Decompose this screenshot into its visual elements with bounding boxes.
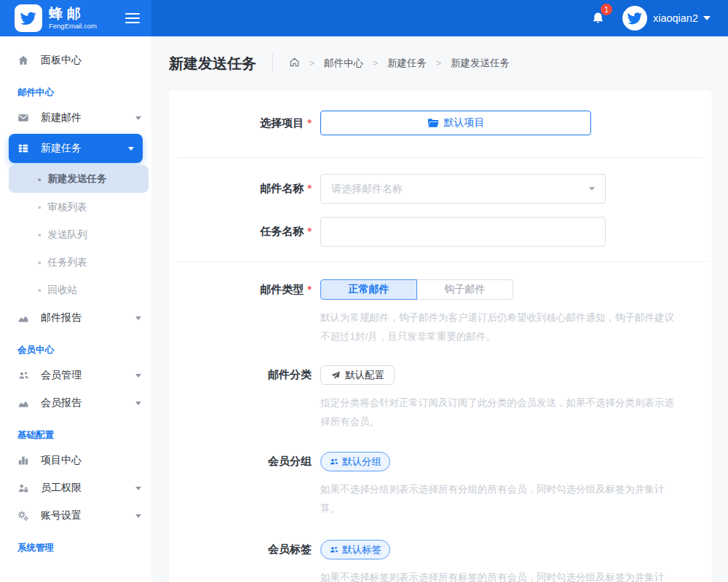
sidebar-item-label: 会员报告: [41, 396, 82, 410]
brand: 蜂邮 FengEmail.com: [0, 0, 151, 36]
bullet-icon: •: [38, 285, 41, 296]
breadcrumb-home-icon[interactable]: [289, 57, 300, 70]
sidebar-subitem-new-send-task[interactable]: • 新建发送任务: [9, 165, 149, 193]
page-header: 新建发送任务 > 邮件中心 > 新建任务 > 新建发送任务: [151, 36, 728, 90]
mail-type-toggle: 正常邮件 钩子邮件: [320, 279, 513, 300]
section-divider: [178, 157, 703, 158]
mail-type-help: 默认为常规邮件，钩子邮件为客户退订后仍希望收到核心邮件通知，钩子邮件建议不超过1…: [320, 308, 683, 346]
sidebar-item-label: 新建任务: [41, 142, 82, 155]
bullet-icon: •: [38, 230, 41, 241]
users-icon: [329, 457, 339, 466]
sidebar-section-mail-center: 邮件中心: [0, 74, 151, 104]
topbar: 蜂邮 FengEmail.com 1 xiaoqian2: [0, 0, 728, 36]
default-config-button[interactable]: 默认配置: [320, 365, 395, 385]
mail-category-help: 指定分类将会针对正常订阅及订阅了此分类的会员发送，如果不选择分类则表示选择所有会…: [320, 394, 683, 431]
default-tag-label: 默认标签: [342, 543, 381, 557]
breadcrumb-item[interactable]: 新建任务: [387, 57, 427, 70]
mail-type-option-hook[interactable]: 钩子邮件: [416, 279, 513, 300]
users-icon: [17, 370, 31, 381]
chevron-down-icon: [135, 316, 141, 320]
breadcrumb-separator: >: [436, 58, 441, 68]
sidebar-subitem-label: 审核列表: [48, 201, 87, 214]
app-name: 蜂邮: [49, 7, 97, 20]
chart-icon: [17, 397, 31, 409]
sidebar-item-new-mail[interactable]: 新建邮件: [0, 104, 151, 132]
sidebar-item-label: 项目中心: [41, 454, 82, 467]
form-group-mail-category: 邮件分类 默认配置 指定分类将会针对正常订阅及订阅了此分类的会员发送，如果不选择…: [169, 365, 712, 431]
sidebar-subitem-label: 发送队列: [48, 228, 87, 242]
default-tag-button[interactable]: 默认标签: [320, 540, 390, 559]
user-lock-icon: [17, 482, 31, 494]
breadcrumb: > 邮件中心 > 新建任务 > 新建发送任务: [289, 57, 510, 70]
sidebar-subitem-send-queue[interactable]: • 发送队列: [0, 221, 151, 249]
app-domain: FengEmail.com: [49, 23, 97, 30]
notification-badge: 1: [601, 4, 612, 15]
main-content: 新建发送任务 > 邮件中心 > 新建任务 > 新建发送任务 选择项目* 默认项目: [151, 36, 728, 582]
sidebar-item-mail-report[interactable]: 邮件报告: [0, 304, 151, 332]
default-group-button[interactable]: 默认分组: [320, 452, 390, 471]
sidebar-item-member-report[interactable]: 会员报告: [0, 389, 151, 417]
sidebar-subitem-task-list[interactable]: • 任务列表: [0, 249, 151, 276]
chevron-down-icon: [135, 116, 141, 120]
sidebar-item-label: 面板中心: [41, 54, 82, 67]
mail-type-option-normal[interactable]: 正常邮件: [320, 279, 417, 300]
home-icon: [17, 55, 31, 66]
sidebar-item-label: 邮件报告: [41, 311, 82, 324]
sidebar-subitem-label: 新建发送任务: [48, 172, 107, 186]
form-group-member-tag: 会员标签 默认标签 如果不选择标签则表示选择所有标签的所有会员，同时勾选分组及标…: [169, 540, 712, 582]
breadcrumb-item[interactable]: 邮件中心: [324, 57, 363, 70]
chart-icon: [17, 312, 31, 324]
sidebar-subitem-review-list[interactable]: • 审核列表: [0, 194, 151, 221]
form-group-member-group: 会员分组 默认分组 如果不选择分组则表示选择所有分组的所有会员，同时勾选分组及标…: [169, 452, 712, 518]
bullet-icon: •: [38, 202, 41, 213]
user-menu[interactable]: xiaoqian2: [622, 6, 711, 31]
sidebar-subitem-recycle-bin[interactable]: • 回收站: [0, 276, 151, 304]
mail-icon: [17, 112, 31, 124]
sidebar-item-project-center[interactable]: 项目中心: [0, 447, 151, 474]
users-icon: [329, 545, 339, 554]
menu-toggle-icon[interactable]: [125, 10, 140, 26]
chevron-down-icon: [135, 487, 141, 490]
bullet-icon: •: [38, 174, 41, 185]
field-label: 选择项目*: [169, 116, 312, 130]
username: xiaoqian2: [653, 12, 698, 24]
chevron-down-icon: [128, 147, 134, 151]
sidebar-item-new-task[interactable]: 新建任务: [9, 134, 143, 163]
section-divider-dotted: [173, 261, 708, 262]
gear-icon: [17, 510, 31, 522]
select-project-label: 默认项目: [444, 116, 485, 129]
field-label: 邮件分类: [169, 368, 312, 382]
breadcrumb-separator: >: [309, 58, 314, 68]
sidebar-item-staff-permission[interactable]: 员工权限: [0, 474, 151, 502]
grid-icon: [17, 143, 31, 154]
field-label: 邮件类型*: [169, 283, 312, 297]
folder-icon: [427, 118, 439, 128]
select-project-button[interactable]: 默认项目: [320, 111, 591, 135]
field-label: 任务名称*: [169, 225, 312, 239]
notifications-button[interactable]: 1: [589, 9, 608, 28]
chevron-down-icon: [135, 514, 141, 518]
form-card: 选择项目* 默认项目 邮件名称* 请选择邮件名称 任务名称*: [169, 90, 712, 582]
breadcrumb-item[interactable]: 新建发送任务: [451, 57, 510, 70]
mail-name-select[interactable]: 请选择邮件名称: [320, 174, 606, 204]
sidebar-item-member-management[interactable]: 会员管理: [0, 362, 151, 389]
default-group-label: 默认分组: [342, 455, 381, 469]
chevron-down-icon: [135, 374, 141, 378]
sidebar-item-panel-center[interactable]: 面板中心: [0, 47, 151, 74]
form-row-mail-name: 邮件名称* 请选择邮件名称: [169, 174, 712, 204]
sidebar-section-system-management: 系统管理: [0, 530, 151, 559]
bullet-icon: •: [38, 258, 41, 268]
select-placeholder: 请选择邮件名称: [331, 183, 403, 196]
topbar-right: 1 xiaoqian2: [151, 0, 728, 36]
sidebar-item-account-settings[interactable]: 账号设置: [0, 502, 151, 530]
member-tag-help: 如果不选择标签则表示选择所有标签的所有会员，同时勾选分组及标签为并集计算。: [320, 568, 683, 582]
avatar: [622, 6, 647, 31]
required-mark: *: [307, 182, 312, 194]
task-name-input[interactable]: [331, 218, 595, 246]
required-mark: *: [307, 283, 312, 295]
brand-text: 蜂邮 FengEmail.com: [49, 7, 97, 30]
field-label: 邮件名称*: [169, 182, 312, 196]
sidebar-subitem-label: 任务列表: [48, 256, 87, 269]
field-label: 会员分组: [169, 455, 312, 469]
user-caret-icon: [703, 16, 711, 20]
